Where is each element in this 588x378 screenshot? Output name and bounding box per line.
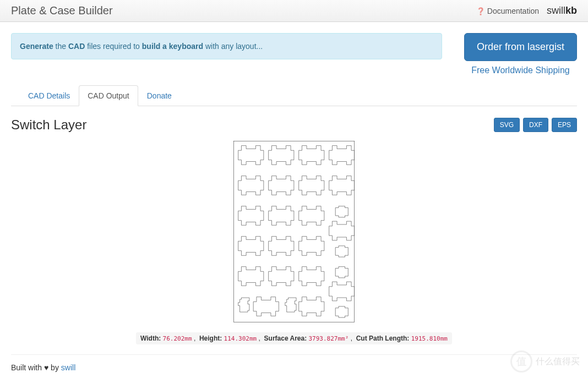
switch-layer-svg <box>233 141 355 322</box>
top-bar: Plate & Case Builder Documentation swill… <box>0 0 588 22</box>
tab-bar: CAD Details CAD Output Donate <box>11 85 577 106</box>
tab-cad-output[interactable]: CAD Output <box>79 85 138 106</box>
brand-logo: swillkb <box>547 5 577 17</box>
heart-icon: ♥ <box>44 363 48 372</box>
page-title: Plate & Case Builder <box>11 4 113 17</box>
tab-donate[interactable]: Donate <box>138 85 181 106</box>
footer: Built with ♥ by swill <box>11 363 577 372</box>
format-eps-button[interactable]: EPS <box>552 118 577 132</box>
format-dxf-button[interactable]: DXF <box>523 118 548 132</box>
info-alert: Generate the CAD files required to build… <box>11 33 442 59</box>
format-svg-button[interactable]: SVG <box>494 118 520 132</box>
section-title: Switch Layer <box>11 117 86 133</box>
order-button[interactable]: Order from lasergist <box>464 33 577 61</box>
svg-rect-0 <box>233 141 354 322</box>
tab-cad-details[interactable]: CAD Details <box>19 85 79 106</box>
author-link[interactable]: swill <box>61 363 75 372</box>
plate-preview <box>11 141 577 324</box>
dimensions-stats: Width: 76.202mm , Height: 114.302mm , Su… <box>136 332 452 344</box>
shipping-text: Free Worldwide Shipping <box>464 65 577 75</box>
documentation-link[interactable]: Documentation <box>476 7 539 15</box>
